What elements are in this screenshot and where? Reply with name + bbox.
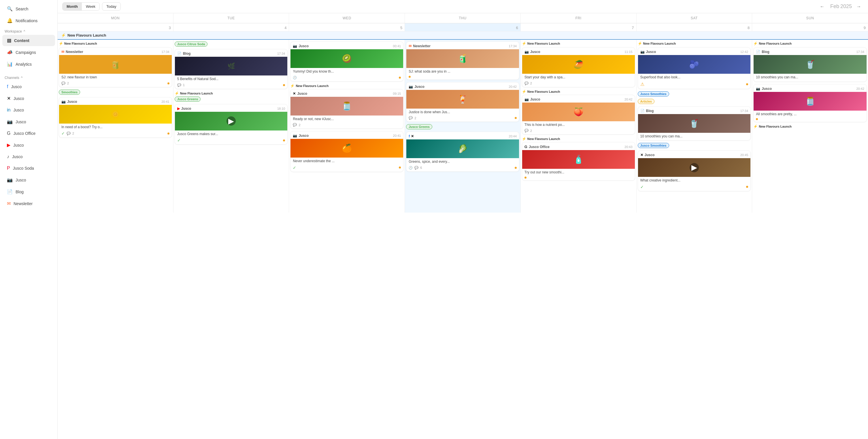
platform-name: Jusco <box>530 50 540 54</box>
channel-label: Jusco <box>13 108 24 112</box>
card-thu-ig[interactable]: 📷 Jusco 20:42 🍹 Justice is done when Jus… <box>406 82 519 122</box>
date-row: 3 4 5 6 7 8 9 <box>58 23 868 31</box>
newsletter-icon: ✉ <box>409 44 411 48</box>
sidebar-item-content[interactable]: ▤ Content <box>2 35 55 46</box>
twitter-icon: ✕ <box>7 96 11 101</box>
lightning-icon: ⚡ <box>61 33 66 37</box>
card-text: Never underestimate the ... <box>290 158 403 165</box>
campaign-label-sun2: ⚡ New Flavours Launch <box>753 124 867 128</box>
instagram-icon: 📷 <box>293 44 297 48</box>
check-icon: ✓ <box>640 185 644 189</box>
sidebar-item-jusco-li[interactable]: in Jusco <box>2 104 55 116</box>
card-image: 🫙 <box>290 97 403 116</box>
status-dot <box>525 177 527 179</box>
campaign-name-sat: New Flavours Launch <box>643 42 676 45</box>
lightning-small: ⚡ <box>522 41 526 45</box>
card-footer <box>753 118 867 122</box>
card-thu-newsletter[interactable]: ✉ Newsletter 17:34 🧃 SJ: what soda are y… <box>406 41 519 80</box>
card-header: 📄 Blog 17:34 <box>638 106 751 114</box>
card-header: 📷 Jusco 20:41 <box>290 131 403 139</box>
card-wed-ig2[interactable]: 📷 Jusco 20:41 🍊 Never underestimate the … <box>290 131 403 172</box>
card-sat-ig2[interactable]: ✕ Jusco 20:45 ▶ What creative ingredient… <box>638 150 751 191</box>
card-fri-ig1[interactable]: 📷 Jusco 11:15 🥭 Start your day with a sp… <box>522 47 635 87</box>
sidebar-item-jusco-ig[interactable]: 📷 Jusco <box>2 116 55 127</box>
channels-label: Channels <box>5 76 19 80</box>
warning-icon: ⚠ <box>640 82 644 87</box>
card-thu-greens-group: Jusco Greens f ✕ 20:44 🥬 Greens, spice, … <box>406 124 519 172</box>
sidebar-item-jusco-soda[interactable]: P Jusco Soda <box>2 163 55 174</box>
card-wed-tw[interactable]: ✕ Jusco 09:15 🫙 Ready or not, new #Jusc.… <box>290 89 403 129</box>
week-button[interactable]: Week <box>82 3 99 10</box>
card-image: 🥤 <box>753 55 867 74</box>
day-sun: SUN <box>752 13 868 23</box>
smoothies-tag-sat2: Jusco Smoothies <box>638 143 669 148</box>
channel-label: Jusco <box>12 154 23 159</box>
status-dot <box>746 186 748 188</box>
card-time: 20:45 <box>740 153 748 157</box>
lightning-small: ⚡ <box>522 137 526 141</box>
card-time: 11:15 <box>624 50 632 54</box>
lightning-small: ⚡ <box>175 91 179 95</box>
today-button[interactable]: Today <box>102 2 121 11</box>
card-time: 00:41 <box>393 44 401 48</box>
sidebar-item-jusco-office[interactable]: G Jusco Office <box>2 128 55 139</box>
youtube-icon: ▶ <box>177 106 180 111</box>
card-sun-blog[interactable]: 📄 Blog 17:34 🥤 10 smoothies you can ma..… <box>753 47 867 82</box>
facebook-icon: f <box>7 84 8 89</box>
linkedin-icon: in <box>7 107 10 113</box>
platform-label: 📄 Blog <box>640 109 654 113</box>
card-header: ✉ Newsletter 17:34 <box>406 42 519 49</box>
sidebar-item-campaigns[interactable]: 📣 Campaigns <box>2 47 55 58</box>
prev-button[interactable]: ← <box>817 3 827 10</box>
sidebar-item-search[interactable]: 🔍 Search <box>2 3 55 14</box>
platform-label: 📄 Blog <box>177 52 191 56</box>
card-fri-office[interactable]: G Jusco Office 20:43 🧴 Try out our new s… <box>522 142 635 181</box>
platform-name: Jusco <box>762 87 772 91</box>
card-tue-yt[interactable]: ▶ Jusco 18:10 ▶ Jusco Greens makes sur..… <box>175 104 288 145</box>
sidebar-item-jusco-ig2[interactable]: 📷 Jusco <box>2 174 55 186</box>
card-wed-ig1[interactable]: 📷 Jusco 00:41 🥝 Yummy! Did you know th..… <box>290 41 403 82</box>
sidebar-item-jusco-yt[interactable]: ▶ Jusco <box>2 139 55 151</box>
campaign-name-sun: New Flavours Launch <box>759 42 792 45</box>
card-text: In need of a boost? Try o... <box>59 124 172 131</box>
card-thu-multi[interactable]: f ✕ 20:44 🥬 Greens, spice, and every... … <box>406 132 519 172</box>
channel-label: Newsletter <box>13 201 33 206</box>
sidebar-item-blog[interactable]: 📄 Blog <box>2 186 55 197</box>
next-button[interactable]: → <box>854 3 863 10</box>
platform-name: Blog <box>183 52 191 56</box>
card-image: 🧃 <box>59 55 172 74</box>
card-text: Superfood that also look... <box>638 74 751 82</box>
card-image: 🧃 <box>406 49 519 68</box>
youtube-icon: ▶ <box>7 142 10 148</box>
channel-label: Jusco <box>11 85 22 89</box>
card-image: 🌿 <box>175 57 288 75</box>
check-icon: ✓ <box>177 138 181 143</box>
instagram-icon: 📷 <box>409 85 413 89</box>
card-footer <box>522 177 635 180</box>
card-footer <box>406 76 519 80</box>
card-sat-blog[interactable]: 📄 Blog 17:34 🥤 10 smoothies you can ma..… <box>638 106 751 141</box>
sidebar-item-jusco-tk[interactable]: ♪ Jusco <box>2 151 55 162</box>
card-sun-ig[interactable]: 📷 Jusco 20:42 🫙 All smoothies are pretty… <box>753 84 867 122</box>
card-fri-ig2[interactable]: 📷 Jusco 20:42 🍑 This is how a nutrient p… <box>522 95 635 135</box>
channels-chevron: ^ <box>21 76 23 80</box>
card-mon-newsletter[interactable]: ✉ Newsletter 17:34 🧃 SJ: new flavour in … <box>59 47 172 87</box>
card-tue-blog[interactable]: 📄 Blog 17:34 🌿 5 Benefits of Natural Sod… <box>175 49 288 89</box>
date-cell-tue: 4 <box>174 23 289 31</box>
sidebar-item-analytics[interactable]: 📊 Analytics <box>2 59 55 70</box>
blog-icon: 📄 <box>640 109 645 113</box>
card-footer: 🕐 <box>290 76 403 81</box>
month-button[interactable]: Month <box>63 3 82 10</box>
card-mon-smoothies[interactable]: 📷 Jusco 20:41 🌼 In need of a boost? Try … <box>59 97 172 138</box>
card-sat-ig1[interactable]: 📷 Jusco 12:42 🫐 Superfood that also look… <box>638 47 751 89</box>
date-cell-mon: 3 <box>58 23 174 31</box>
sidebar-item-newsletter[interactable]: ✉ Newsletter <box>2 198 55 209</box>
google-icon: G <box>525 145 527 149</box>
channels-section: Channels ^ <box>0 73 57 81</box>
card-time: 20:42 <box>624 98 632 101</box>
sidebar-item-jusco-fb[interactable]: f Jusco <box>2 81 55 92</box>
campaign-name-tue: New Flavours Launch <box>180 92 213 95</box>
newsletter-platform-icon: ✉ <box>61 50 64 54</box>
sidebar-item-jusco-tw[interactable]: ✕ Jusco <box>2 93 55 104</box>
sidebar-item-notifications[interactable]: 🔔 Notifications <box>2 15 55 26</box>
